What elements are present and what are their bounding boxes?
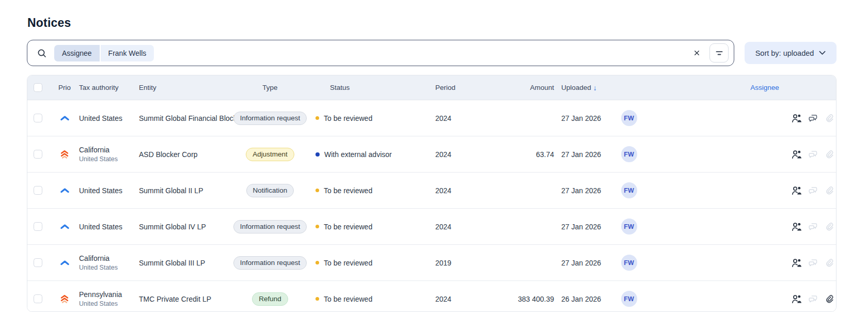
table-header-row: Prio Tax authority Entity Type Status Pe… (27, 75, 836, 100)
assign-button[interactable] (791, 113, 802, 123)
tax-authority-country: United States (79, 300, 139, 307)
column-header-status[interactable]: Status (311, 84, 435, 91)
column-header-amount[interactable]: Amount (507, 84, 554, 91)
search-input[interactable] (159, 49, 688, 58)
status-label: To be reviewed (324, 114, 372, 122)
row-actions (784, 185, 836, 196)
table-row[interactable]: California United States Summit Global I… (27, 245, 836, 281)
table-row[interactable]: California United States ASD Blocker Cor… (27, 136, 836, 173)
comments-icon (808, 149, 818, 159)
row-checkbox[interactable] (34, 258, 42, 267)
assignee-cell: FW (603, 219, 655, 235)
comments-button[interactable] (807, 293, 819, 304)
entity-cell: Summit Global II LP (139, 186, 229, 195)
assignee-avatar[interactable]: FW (621, 219, 637, 235)
row-checkbox-cell (27, 258, 50, 267)
search-bar[interactable]: Assignee Frank Wells (27, 40, 734, 66)
comments-button[interactable] (807, 149, 819, 160)
row-checkbox-cell (27, 222, 50, 231)
comments-button[interactable] (807, 257, 819, 268)
assignee-avatar[interactable]: FW (621, 182, 637, 198)
row-checkbox[interactable] (34, 114, 42, 122)
status-label: To be reviewed (324, 295, 372, 303)
row-checkbox[interactable] (34, 186, 42, 195)
assignee-avatar[interactable]: FW (621, 110, 637, 126)
filter-chip-value[interactable]: Frank Wells (101, 45, 154, 61)
comments-button[interactable] (807, 113, 819, 123)
filter-button[interactable] (709, 43, 729, 63)
uploaded-cell: 27 Jan 2026 (554, 186, 603, 195)
comments-icon (808, 185, 818, 195)
row-checkbox-cell (27, 114, 50, 122)
column-header-uploaded[interactable]: Uploaded ↓ (554, 84, 603, 92)
assignee-avatar[interactable]: FW (621, 255, 637, 271)
row-checkbox[interactable] (34, 294, 42, 303)
page-title: Notices (27, 15, 837, 30)
assign-button[interactable] (791, 221, 802, 232)
tax-authority-country: United States (79, 155, 139, 163)
priority-high-icon (60, 150, 69, 159)
entity-cell: Summit Global III LP (139, 259, 229, 267)
priority-cell (50, 115, 79, 121)
tax-authority-cell: Pennsylvania United States (79, 290, 139, 307)
uploaded-cell: 27 Jan 2026 (554, 223, 603, 231)
column-header-entity[interactable]: Entity (139, 84, 229, 91)
priority-cell (50, 224, 79, 229)
entity-cell: ASD Blocker Corp (139, 150, 229, 159)
table-row[interactable]: Pennsylvania United States TMC Private C… (27, 281, 836, 312)
attachment-button[interactable] (824, 221, 835, 232)
table-row[interactable]: United States Summit Global II LP Notifi… (27, 173, 836, 209)
attachment-button[interactable] (824, 185, 835, 196)
status-dot-icon (315, 189, 319, 192)
row-checkbox[interactable] (34, 222, 42, 231)
column-header-tax-authority[interactable]: Tax authority (79, 84, 139, 91)
uploaded-cell: 27 Jan 2026 (554, 150, 603, 159)
tax-authority-name: United States (79, 114, 139, 122)
type-badge: Notification (246, 184, 294, 197)
comments-icon (808, 294, 818, 304)
tax-authority-cell: California United States (79, 146, 139, 163)
period-cell: 2024 (435, 150, 507, 159)
period-cell: 2024 (435, 186, 507, 195)
column-header-period[interactable]: Period (435, 84, 507, 91)
row-actions (784, 293, 836, 304)
sort-by-button[interactable]: Sort by: uploaded (745, 42, 837, 64)
status-cell: To be reviewed (311, 186, 435, 195)
status-cell: To be reviewed (311, 223, 435, 231)
comments-button[interactable] (807, 221, 819, 232)
column-header-prio[interactable]: Prio (50, 84, 79, 91)
comments-button[interactable] (807, 185, 819, 196)
column-header-type[interactable]: Type (229, 84, 311, 91)
comments-icon (808, 258, 818, 268)
status-label: With external advisor (324, 150, 392, 159)
paperclip-icon (825, 258, 834, 268)
assign-button[interactable] (791, 149, 802, 160)
assignee-avatar[interactable]: FW (621, 146, 637, 162)
clear-search-button[interactable] (688, 44, 705, 62)
assignee-cell: FW (603, 255, 655, 271)
comments-icon (808, 222, 818, 231)
toolbar: Assignee Frank Wells Sort by: uploaded (27, 40, 837, 66)
status-dot-icon (315, 116, 319, 120)
attachment-button[interactable] (824, 113, 835, 123)
select-all-checkbox[interactable] (34, 83, 42, 92)
assign-button[interactable] (791, 293, 802, 304)
assign-button[interactable] (791, 257, 802, 268)
entity-cell: Summit Global IV LP (139, 223, 229, 231)
row-checkbox[interactable] (34, 150, 42, 159)
column-header-assignee[interactable]: Assignee (745, 84, 784, 91)
attachment-button[interactable] (824, 257, 835, 268)
filter-chip-field[interactable]: Assignee (54, 45, 100, 61)
table-row[interactable]: United States Summit Global Financial Bl… (27, 100, 836, 136)
people-icon (791, 294, 802, 304)
search-icon (37, 48, 47, 58)
assign-button[interactable] (791, 185, 802, 196)
table-row[interactable]: United States Summit Global IV LP Inform… (27, 209, 836, 245)
assignee-avatar[interactable]: FW (621, 291, 637, 307)
period-cell: 2019 (435, 259, 507, 267)
paperclip-icon (825, 113, 834, 123)
attachment-button[interactable] (824, 149, 835, 160)
attachment-button[interactable] (824, 293, 835, 304)
priority-cell (50, 294, 79, 303)
assignee-cell: FW (603, 182, 655, 198)
